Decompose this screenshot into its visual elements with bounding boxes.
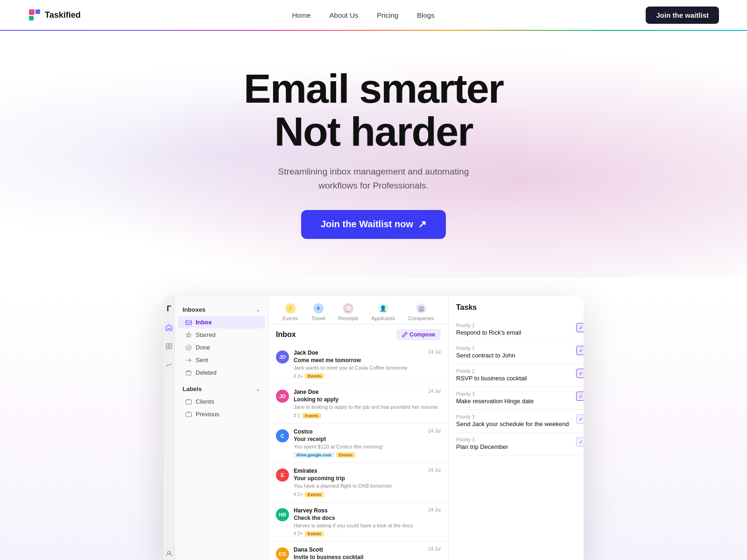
events-tab-dot: ⚡ (285, 303, 296, 314)
svg-point-9 (186, 345, 191, 350)
grid-icon[interactable] (163, 341, 175, 352)
logo: Taskified (28, 8, 81, 21)
app-preview-section: Γ Inboxes ⌄ (0, 296, 747, 560)
travel-tab-dot: ✈ (313, 303, 324, 314)
email-item[interactable]: E Emirates 24 Jul Your upcoming trip You… (268, 463, 448, 502)
receipts-tab-dot: 🧾 (343, 303, 353, 314)
email-content: Costco 24 Jul Your receipt You spent $12… (294, 428, 441, 458)
inbox-title: Inbox (276, 330, 296, 339)
home-icon[interactable] (163, 322, 175, 333)
svg-rect-2 (29, 16, 34, 21)
task-checkbox[interactable]: ✓ (576, 392, 584, 401)
task-item: Priority 1 Respond to Rick's email ✓ (456, 318, 584, 341)
hero-cta-arrow-icon: ↗ (418, 218, 426, 231)
nav-home[interactable]: Home (292, 11, 311, 19)
sidebar-clients[interactable]: Clients (178, 395, 265, 408)
svg-rect-10 (186, 371, 191, 375)
hero-content: Email smarter Not harder Streamlining in… (19, 67, 728, 239)
app-main: ⚡ Events ✈ Travel 🧾 Receipts 👤 Applicant… (268, 296, 448, 560)
tab-applicants[interactable]: 👤 Applicants (365, 301, 402, 324)
email-content: Harvey Ross 24 Jul Check the docs Harvey… (294, 507, 441, 537)
app-preview: Γ Inboxes ⌄ (163, 296, 584, 560)
tab-travel[interactable]: ✈ Travel (305, 301, 332, 324)
app-sidebar: Inboxes ⌄ Inbox Starred Done Sent (175, 296, 268, 560)
task-checkbox[interactable]: ✓ (576, 346, 584, 355)
avatar: JD (276, 350, 289, 364)
sidebar-deleted[interactable]: Deleted (178, 366, 265, 379)
nav-about[interactable]: About Us (330, 11, 359, 19)
task-checkbox[interactable]: ✓ (576, 414, 584, 424)
email-item[interactable]: HR Harvey Ross 24 Jul Check the docs Har… (268, 503, 448, 542)
email-content: Jack Doe 24 Jul Come meet me tomorrow Ja… (294, 350, 441, 379)
svg-rect-4 (169, 343, 172, 346)
svg-rect-8 (186, 321, 191, 325)
svg-point-7 (168, 551, 170, 554)
user-icon[interactable] (163, 548, 175, 559)
labels-header: Labels ⌄ (175, 383, 268, 395)
sidebar-done[interactable]: Done (178, 341, 265, 354)
avatar: JD (276, 390, 289, 403)
tab-receipts[interactable]: 🧾 Receipts (332, 301, 365, 324)
task-item: Priority 1 Send contract to John ✓ (456, 341, 584, 364)
svg-rect-0 (29, 9, 35, 15)
svg-rect-11 (186, 400, 191, 404)
inboxes-header: Inboxes ⌄ (175, 303, 268, 316)
tab-events[interactable]: ⚡ Events (276, 301, 305, 324)
preview-container: Γ Inboxes ⌄ (140, 296, 607, 560)
applicants-tab-dot: 👤 (378, 303, 388, 314)
svg-rect-5 (166, 347, 169, 349)
task-checkbox[interactable]: ✓ (576, 323, 584, 332)
avatar: HR (276, 508, 289, 521)
inbox-header: Inbox Compose (268, 324, 448, 345)
task-checkbox[interactable]: ✓ (576, 437, 584, 447)
sidebar-previous[interactable]: Previous (178, 408, 265, 420)
email-item[interactable]: C Costco 24 Jul Your receipt You spent $… (268, 424, 448, 463)
navbar: Taskified Home About Us Pricing Blogs Jo… (0, 0, 747, 30)
nav-links: Home About Us Pricing Blogs (292, 11, 435, 19)
email-list: JD Jack Doe 24 Jul Come meet me tomorrow… (268, 345, 448, 560)
tasks-title: Tasks (456, 303, 584, 312)
svg-rect-6 (169, 347, 172, 349)
logo-text: Taskified (45, 10, 81, 20)
tab-companies[interactable]: 🏢 Companies (402, 301, 441, 324)
logo-mini-icon: Γ (163, 303, 175, 315)
svg-rect-1 (35, 9, 40, 14)
join-waitlist-hero-button[interactable]: Join the Waitlist now ↗ (301, 210, 446, 239)
task-item: Priority 2 RSVP to business cocktail ✓ (456, 364, 584, 387)
logo-icon (28, 8, 41, 21)
email-item[interactable]: JD Jane Doe 24 Jul Looking to apply Jane… (268, 384, 448, 423)
email-content: Jane Doe 24 Jul Looking to apply Jane is… (294, 389, 441, 418)
join-waitlist-nav-button[interactable]: Join the waitlist (646, 7, 719, 24)
task-item: Priority 3 Make reservation Hinge date ✓ (456, 387, 584, 410)
hero-title: Email smarter Not harder (19, 67, 728, 154)
app-tabs: ⚡ Events ✈ Travel 🧾 Receipts 👤 Applicant… (268, 296, 448, 324)
sidebar-sent[interactable]: Sent (178, 354, 265, 366)
email-item[interactable]: JD Jack Doe 24 Jul Come meet me tomorrow… (268, 345, 448, 384)
sidebar-starred[interactable]: Starred (178, 329, 265, 341)
avatar: DS (276, 547, 289, 560)
task-item: Priority 3 Send Jack your schedule for t… (456, 410, 584, 433)
email-item[interactable]: DS Dana Scott 24 Jul Invite to business … (268, 542, 448, 560)
chart-icon[interactable] (163, 359, 175, 371)
tasks-panel: Tasks Priority 1 Respond to Rick's email… (448, 296, 584, 560)
avatar: E (276, 469, 289, 482)
hero-section: Email smarter Not harder Streamlining in… (0, 30, 747, 277)
task-item: Priority 3 Plan trip December ✓ (456, 433, 584, 455)
avatar: C (276, 429, 289, 442)
hero-title-line2: Not harder (275, 108, 473, 154)
sidebar-inbox[interactable]: Inbox (178, 316, 265, 329)
nav-pricing[interactable]: Pricing (377, 11, 398, 19)
hero-subtitle: Streamlining inbox management and automa… (19, 165, 728, 193)
hero-title-line1: Email smarter (244, 65, 503, 112)
svg-rect-12 (186, 413, 191, 417)
compose-button[interactable]: Compose (396, 329, 441, 340)
email-content: Emirates 24 Jul Your upcoming trip You h… (294, 468, 441, 497)
left-icon-rail: Γ (163, 296, 175, 560)
task-checkbox[interactable]: ✓ (576, 369, 584, 378)
companies-tab-dot: 🏢 (416, 303, 426, 314)
svg-rect-3 (166, 343, 169, 346)
email-content: Dana Scott 24 Jul Invite to business coc… (294, 546, 441, 560)
nav-blogs[interactable]: Blogs (417, 11, 435, 19)
